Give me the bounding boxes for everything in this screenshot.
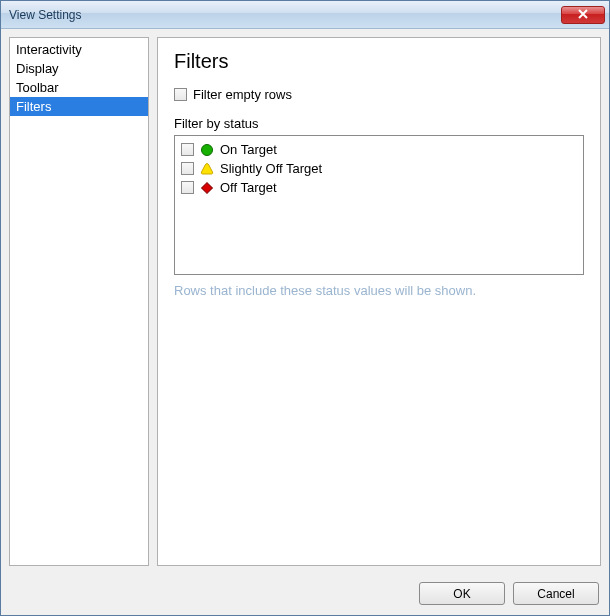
close-button[interactable] (561, 6, 605, 24)
titlebar[interactable]: View Settings (1, 1, 609, 29)
page-title: Filters (174, 50, 584, 73)
status-item-on-target[interactable]: On Target (181, 140, 577, 159)
sidebar: Interactivity Display Toolbar Filters (9, 37, 149, 566)
filter-empty-rows-checkbox[interactable] (174, 88, 187, 101)
filter-empty-rows-row: Filter empty rows (174, 87, 584, 102)
filter-by-status-label: Filter by status (174, 116, 584, 131)
status-label: On Target (220, 142, 277, 157)
sidebar-item-filters[interactable]: Filters (10, 97, 148, 116)
diamond-red-icon (200, 181, 214, 195)
status-label: Off Target (220, 180, 277, 195)
ok-button[interactable]: OK (419, 582, 505, 605)
status-hint: Rows that include these status values wi… (174, 283, 584, 298)
status-checkbox-on-target[interactable] (181, 143, 194, 156)
status-item-slightly-off-target[interactable]: Slightly Off Target (181, 159, 577, 178)
svg-rect-1 (202, 182, 213, 193)
status-checkbox-slightly-off[interactable] (181, 162, 194, 175)
svg-point-0 (202, 144, 213, 155)
sidebar-item-interactivity[interactable]: Interactivity (10, 40, 148, 59)
status-item-off-target[interactable]: Off Target (181, 178, 577, 197)
close-icon (578, 8, 588, 22)
sidebar-item-display[interactable]: Display (10, 59, 148, 78)
circle-green-icon (200, 143, 214, 157)
main-panel: Filters Filter empty rows Filter by stat… (157, 37, 601, 566)
triangle-yellow-icon (200, 162, 214, 176)
status-list: On Target Slightly Off Target Off Target (174, 135, 584, 275)
dialog-footer: OK Cancel (1, 574, 609, 615)
status-checkbox-off-target[interactable] (181, 181, 194, 194)
status-label: Slightly Off Target (220, 161, 322, 176)
sidebar-item-toolbar[interactable]: Toolbar (10, 78, 148, 97)
filter-empty-rows-label: Filter empty rows (193, 87, 292, 102)
cancel-button[interactable]: Cancel (513, 582, 599, 605)
view-settings-dialog: View Settings Interactivity Display Tool… (0, 0, 610, 616)
dialog-content: Interactivity Display Toolbar Filters Fi… (1, 29, 609, 574)
window-title: View Settings (9, 8, 561, 22)
